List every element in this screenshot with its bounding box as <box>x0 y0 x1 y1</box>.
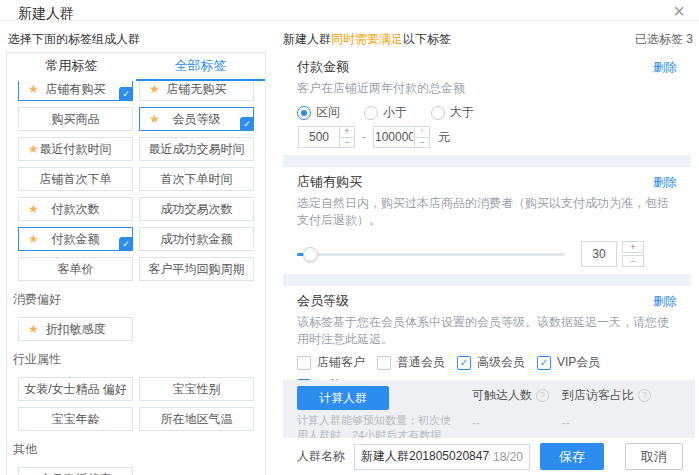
tag-button[interactable]: 客单价 <box>18 257 133 281</box>
min-amount-group: + − <box>298 126 355 148</box>
checkbox-option-shop-customer[interactable]: ✓ 店铺客户 <box>297 354 377 371</box>
tag-button[interactable]: 女装/女士精品 偏好 <box>18 377 133 401</box>
slider-track[interactable] <box>297 253 565 256</box>
checkbox-checked-icon: ✓ <box>457 356 471 370</box>
stat-label: 可触达人数 <box>472 387 532 404</box>
tag-label: 店铺首次下单 <box>40 171 112 188</box>
radio-icon <box>364 106 378 120</box>
increment-button[interactable]: + <box>340 127 354 138</box>
checkbox-label: 普通会员 <box>397 354 445 371</box>
tag-label: 最近付款时间 <box>40 141 112 158</box>
delete-link[interactable]: 删除 <box>653 59 677 76</box>
tag-button[interactable]: 所在地区气温 <box>139 407 254 431</box>
card-description: 选定自然日内，购买过本店商品的消费者（购买以支付成功为准，包括支付后退款）。 <box>297 195 677 229</box>
radio-option-less-than[interactable]: 小于 <box>364 104 407 121</box>
tag-button[interactable]: 店铺首次下单 <box>18 167 133 191</box>
tag-button[interactable]: 宝宝性别 <box>139 377 254 401</box>
checkbox-icon: ✓ <box>297 356 311 370</box>
decrement-button[interactable]: − <box>415 138 429 148</box>
tag-selector-panel: 常用标签 全部标签 ★ 店铺有购买 ✓ ★ 店铺无购买 购买商品 <box>6 52 266 475</box>
title-suffix: 以下标签 <box>403 32 451 46</box>
checkbox-option-vip-member[interactable]: ✓ VIP会员 <box>537 354 617 371</box>
tag-button[interactable]: 会员激活状态 <box>18 467 133 475</box>
close-icon[interactable]: × <box>673 2 685 20</box>
amount-range-row: + − - + − 元 <box>298 126 677 148</box>
tag-label: 宝宝性别 <box>173 381 221 398</box>
tag-label: 店铺有购买 <box>46 81 106 98</box>
star-icon: ★ <box>149 112 160 126</box>
min-amount-spinner: + − <box>339 127 354 147</box>
checked-badge-icon: ✓ <box>240 117 254 131</box>
checkbox-option-senior-member[interactable]: ✓ 高级会员 <box>457 354 537 371</box>
crowd-name-field: 18/20 <box>354 444 530 470</box>
decrement-button[interactable]: − <box>622 255 644 267</box>
card-title: 店铺有购买 <box>297 173 362 191</box>
delete-link[interactable]: 删除 <box>653 293 677 310</box>
dialog-footer: 人群名称 18/20 保存 取消 <box>283 438 699 475</box>
radio-label: 区间 <box>316 104 340 121</box>
crowd-name-input[interactable] <box>361 450 490 464</box>
help-icon[interactable]: ? <box>638 389 651 402</box>
right-panel-title: 新建人群同时需要满足以下标签 <box>283 31 451 48</box>
decrement-button[interactable]: − <box>340 138 354 148</box>
cancel-button[interactable]: 取消 <box>625 443 683 470</box>
increment-button[interactable]: + <box>622 241 644 253</box>
tag-label: 会员激活状态 <box>40 471 112 475</box>
radio-checked-icon <box>297 106 311 120</box>
star-icon: ★ <box>149 82 160 96</box>
compute-section: 计算人群 计算人群能够预知数量；初次使用人群时，24小时后才有数据 可触达人数 … <box>283 380 695 438</box>
checked-badge-icon: ✓ <box>119 87 133 101</box>
help-icon[interactable]: ? <box>536 389 549 402</box>
card-description: 客户在店铺近两年付款的总金额 <box>297 80 677 97</box>
checkbox-label: 店铺客户 <box>317 354 365 371</box>
tag-label: 付款金额 <box>52 231 100 248</box>
card-description: 该标签基于您在会员体系中设置的会员等级。该数据延迟一天，请您使用时注意此延迟。 <box>297 314 677 348</box>
tag-button[interactable]: 宝宝年龄 <box>18 407 133 431</box>
tag-label: 女装/女士精品 偏好 <box>24 381 127 398</box>
radio-option-greater-than[interactable]: 大于 <box>431 104 474 121</box>
card-title: 会员等级 <box>297 292 349 310</box>
stat-label: 到店访客占比 <box>562 387 634 404</box>
tag-button[interactable]: 成功付款金额 <box>139 227 254 251</box>
save-button[interactable]: 保存 <box>540 443 604 470</box>
tag-label: 宝宝年龄 <box>52 411 100 428</box>
radio-option-interval[interactable]: 区间 <box>297 104 340 121</box>
tag-button[interactable]: 成功交易次数 <box>139 197 254 221</box>
card-payment-amount: 付款金额 删除 客户在店铺近两年付款的总金额 区间 小于 大于 <box>283 52 691 155</box>
tag-label: 最近成功交易时间 <box>149 141 245 158</box>
tag-button[interactable]: ★ 会员等级 ✓ <box>139 107 254 131</box>
tab-all-tags[interactable]: 全部标签 <box>136 53 265 81</box>
tag-label: 首次下单时间 <box>161 171 233 188</box>
checkbox-checked-icon: ✓ <box>537 356 551 370</box>
tag-label: 付款次数 <box>52 201 100 218</box>
tag-button[interactable]: 首次下单时间 <box>139 167 254 191</box>
max-amount-input[interactable] <box>374 127 414 147</box>
range-separator: - <box>362 130 366 144</box>
tag-button[interactable]: ★ 折扣敏感度 <box>18 317 133 341</box>
tag-button[interactable]: 客户平均回购周期 <box>139 257 254 281</box>
checkbox-option-normal-member[interactable]: ✓ 普通会员 <box>377 354 457 371</box>
slider-handle[interactable] <box>303 247 318 262</box>
dialog-header: 新建人群 × <box>0 0 699 21</box>
tag-button[interactable]: ★ 付款次数 <box>18 197 133 221</box>
tag-label: 客单价 <box>58 261 94 278</box>
days-input[interactable] <box>581 241 617 267</box>
compute-crowd-button[interactable]: 计算人群 <box>297 386 389 410</box>
tag-button[interactable]: ★ 最近付款时间 <box>18 137 133 161</box>
title-prefix: 新建人群 <box>283 32 331 46</box>
tag-button[interactable]: 购买商品 <box>18 107 133 131</box>
tag-button[interactable]: ★ 付款金额 ✓ <box>18 227 133 251</box>
star-icon: ★ <box>28 142 39 156</box>
delete-link[interactable]: 删除 <box>653 174 677 191</box>
left-panel-header: 选择下面的标签组成人群 <box>8 31 278 48</box>
crowd-name-label: 人群名称 <box>297 448 345 465</box>
max-amount-spinner: + − <box>414 127 429 147</box>
section-label-other: 其他 <box>13 441 254 458</box>
star-icon: ★ <box>28 202 39 216</box>
tag-button[interactable]: 最近成功交易时间 <box>139 137 254 161</box>
tab-common-tags[interactable]: 常用标签 <box>7 53 136 81</box>
selected-tags-area: 付款金额 删除 客户在店铺近两年付款的总金额 区间 小于 大于 <box>283 52 691 380</box>
increment-button[interactable]: + <box>415 127 429 138</box>
star-icon: ★ <box>28 82 39 96</box>
min-amount-input[interactable] <box>299 127 339 147</box>
